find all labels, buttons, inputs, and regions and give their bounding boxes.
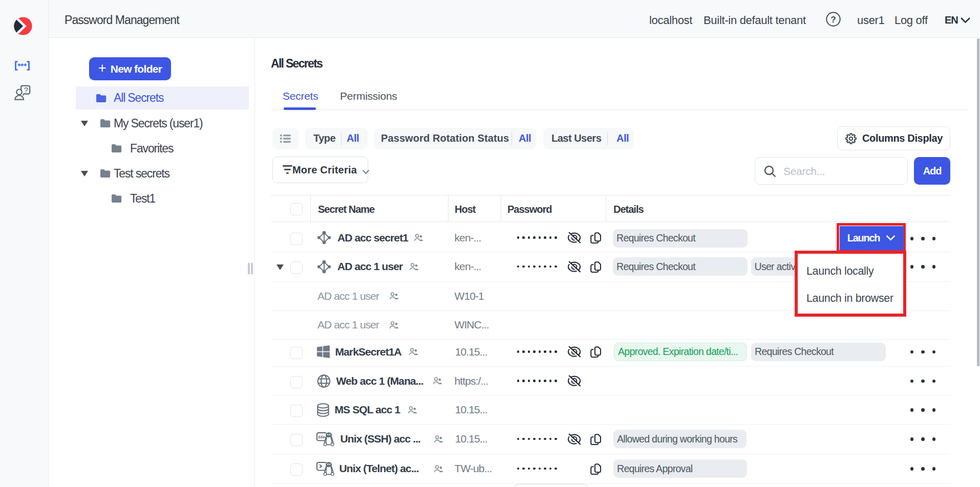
svg-text:***: ***: [18, 61, 27, 70]
svg-text:SSH: SSH: [318, 434, 326, 439]
svg-text:?: ?: [830, 15, 836, 25]
svg-text:?: ?: [24, 86, 28, 94]
